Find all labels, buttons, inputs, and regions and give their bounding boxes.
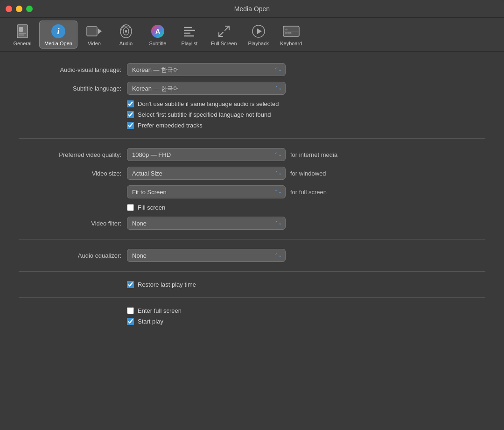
video-quality-select-wrapper: 1080p — FHD [127,148,286,161]
mediaopen-icon: i [50,23,67,40]
prefer-embedded-label[interactable]: Prefer embedded tracks [138,122,203,129]
svg-text:alt: alt [285,28,288,31]
playlist-icon [181,23,198,40]
svg-marker-5 [98,28,102,34]
video-quality-select[interactable]: 1080p — FHD [127,148,286,161]
toolbar-item-audio[interactable]: Audio [111,21,141,48]
video-filter-select[interactable]: None [127,217,286,230]
restore-play-row: Restore last play time [127,281,485,288]
svg-line-15 [225,26,229,30]
svg-rect-1 [19,27,23,32]
divider-4 [19,297,485,298]
divider-2 [19,239,485,240]
toolbar-item-media-open[interactable]: i Media Open [39,21,77,49]
toolbar-item-keyboard[interactable]: alt option Keyboard [275,21,307,48]
video-filter-control: None [127,217,485,230]
av-language-select[interactable]: Korean — 한국어 [127,63,286,76]
audio-eq-row: Audio equalizer: None [19,249,485,262]
select-first-subtitle-label[interactable]: Select first subtitle if specified langu… [138,111,271,118]
video-size-fullscreen-suffix: for full screen [290,189,327,196]
prefer-embedded-checkbox[interactable] [127,122,134,129]
svg-text:A: A [155,28,160,35]
traffic-lights [6,6,33,12]
audio-eq-control: None [127,249,485,262]
toolbar: General i Media Open Video [0,18,504,52]
title-bar: Media Open [0,0,504,18]
enter-fullscreen-checkbox[interactable] [127,307,134,314]
maximize-button[interactable] [26,6,33,12]
audio-eq-label: Audio equalizer: [19,252,121,259]
toolbar-item-full-screen[interactable]: Full Screen [206,21,242,48]
playback-icon [250,23,267,40]
subtitle-language-select-wrapper: Korean — 한국어 [127,82,286,95]
video-size-windowed-select-wrapper: Actual Size [127,167,286,180]
toolbar-item-playlist[interactable]: Playlist [175,21,204,48]
restore-play-label[interactable]: Restore last play time [138,281,196,288]
window-title: Media Open [234,5,270,13]
start-play-row: Start play [127,318,485,325]
video-quality-control: 1080p — FHD for internet media [127,148,485,161]
av-language-label: Audio-visual language: [19,66,121,73]
video-size-windowed-suffix: for windowed [290,170,326,177]
video-size-fullscreen-select[interactable]: Fit to Screen [127,185,286,198]
video-icon [86,23,103,40]
fullscreen-icon [216,23,232,40]
svg-line-16 [219,32,223,36]
fill-screen-row: Fill screen [127,204,485,211]
svg-rect-4 [87,27,97,36]
audio-icon [118,23,134,40]
video-quality-suffix: for internet media [290,151,337,158]
video-size-windowed-control: Actual Size for windowed [127,167,485,180]
video-size-label: Video size: [19,170,121,177]
checkbox-row-3: Prefer embedded tracks [127,122,485,129]
subtitle-icon: A [149,23,166,40]
video-size-fullscreen-select-wrapper: Fit to Screen [127,185,286,198]
media-open-label: Media Open [44,41,72,46]
dont-use-subtitle-checkbox[interactable] [127,100,134,107]
start-play-checkbox[interactable] [127,318,134,325]
audio-label: Audio [119,41,133,46]
fill-screen-checkbox[interactable] [127,204,134,211]
playlist-label: Playlist [182,41,198,46]
playback-label: Playback [248,41,269,46]
divider-1 [19,138,485,139]
start-play-label[interactable]: Start play [138,318,163,325]
select-first-subtitle-checkbox[interactable] [127,111,134,118]
video-size-windowed-select[interactable]: Actual Size [127,167,286,180]
subtitle-language-select[interactable]: Korean — 한국어 [127,82,286,95]
video-size-windowed-row: Video size: Actual Size for windowed [19,167,485,180]
toolbar-item-video[interactable]: Video [79,21,109,48]
keyboard-icon: alt option [283,23,300,40]
toolbar-item-general[interactable]: General [7,21,37,48]
toolbar-item-subtitle[interactable]: A Subtitle [143,21,173,48]
video-filter-row: Video filter: None [19,217,485,230]
general-label: General [13,41,31,46]
fill-screen-label[interactable]: Fill screen [138,204,165,211]
av-language-control: Korean — 한국어 [127,63,485,76]
svg-marker-18 [257,28,262,34]
keyboard-label: Keyboard [280,41,302,46]
video-label: Video [88,41,101,46]
checkbox-row-2: Select first subtitle if specified langu… [127,111,485,118]
dont-use-subtitle-label[interactable]: Don't use subtitle if same language audi… [138,100,279,107]
subtitle-language-row: Subtitle language: Korean — 한국어 [19,82,485,95]
full-screen-label: Full Screen [211,41,237,46]
video-quality-row: Preferred video quality: 1080p — FHD for… [19,148,485,161]
subtitle-language-control: Korean — 한국어 [127,82,485,95]
video-size-fullscreen-row: Fit to Screen for full screen [19,185,485,198]
video-filter-label: Video filter: [19,220,121,227]
close-button[interactable] [6,6,12,12]
restore-play-checkbox[interactable] [127,281,134,288]
subtitle-label: Subtitle [149,41,167,46]
enter-fullscreen-row: Enter full screen [127,307,485,314]
subtitle-language-label: Subtitle language: [19,85,121,92]
checkbox-row-1: Don't use subtitle if same language audi… [127,100,485,107]
av-language-select-wrapper: Korean — 한국어 [127,63,286,76]
toolbar-item-playback[interactable]: Playback [244,21,274,48]
minimize-button[interactable] [16,6,22,12]
enter-fullscreen-label[interactable]: Enter full screen [138,307,182,314]
av-language-row: Audio-visual language: Korean — 한국어 [19,63,485,76]
svg-point-8 [125,30,127,33]
general-icon [14,23,31,40]
audio-eq-select[interactable]: None [127,249,286,262]
